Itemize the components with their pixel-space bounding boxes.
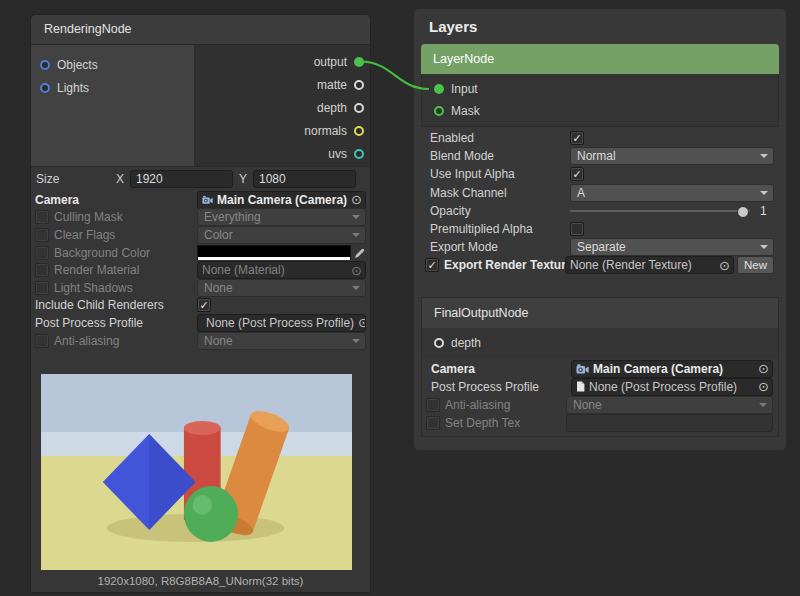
matte-port-dot-icon[interactable] [354,80,364,90]
background-color-swatch[interactable] [197,245,351,260]
mask-port-dot-icon[interactable] [434,106,444,116]
port-output[interactable]: output [195,50,370,73]
clear-flags-dropdown[interactable]: Color [197,226,366,244]
output-port-dot-icon[interactable] [354,57,364,67]
chevron-down-icon [352,233,360,237]
final-output-node-titlebar[interactable]: FinalOutputNode [422,298,778,328]
include-child-renderers-checkbox[interactable] [197,298,211,312]
anti-aliasing-label: Anti-aliasing [54,334,119,348]
chevron-down-icon [760,191,768,195]
layer-node-properties: Enabled Blend Mode Normal Use Input Alph… [421,127,779,275]
opacity-label: Opacity [430,204,471,218]
export-render-texture-object-field[interactable]: None (Render Texture) ⊙ [565,256,734,274]
row-enabled: Enabled [423,129,777,147]
port-lights[interactable]: Lights [31,76,194,99]
set-depth-tex-checkbox[interactable] [426,416,440,430]
row-post-process-profile: Post Process Profile None (Post Process … [35,314,366,332]
final-camera-object-field[interactable]: Main Camera (Camera) ⊙ [571,360,773,378]
final-camera-object-picker-icon[interactable]: ⊙ [758,362,769,375]
final-post-process-profile-object-picker-icon[interactable]: ⊙ [758,380,769,393]
final-output-node-card: FinalOutputNode depth Camera [421,297,779,438]
node-graph-canvas[interactable]: RenderingNode Objects Lights output [0,0,800,596]
input-port-dot-icon[interactable] [434,84,444,94]
light-shadows-override-checkbox[interactable] [35,281,49,295]
export-render-texture-label: Export Render Texture [444,258,565,272]
port-depth[interactable]: depth [195,96,370,119]
chevron-down-icon [352,339,360,343]
objects-port-label: Objects [57,58,98,72]
chevron-down-icon [352,215,360,219]
layers-panel: Layers LayerNode Input Mask Enabled [413,8,787,451]
size-x-field[interactable]: 1920 [130,170,233,188]
render-material-override-checkbox[interactable] [35,263,49,277]
row-use-input-alpha: Use Input Alpha [423,165,777,183]
post-process-profile-label: Post Process Profile [35,316,143,330]
mask-channel-dropdown[interactable]: A [570,184,774,202]
background-color-label: Background Color [54,246,150,260]
layer-node-titlebar[interactable]: LayerNode [421,44,779,74]
export-render-texture-object-picker-icon[interactable]: ⊙ [719,259,730,272]
port-mask[interactable]: Mask [422,100,778,122]
rendering-node-ports: Objects Lights output matte depth [31,45,370,167]
size-label: Size [35,172,110,186]
preview-sphere-highlight [193,495,212,515]
anti-aliasing-dropdown[interactable]: None [197,332,366,350]
port-normals[interactable]: normals [195,119,370,142]
port-uvs[interactable]: uvs [195,142,370,165]
final-post-process-profile-object-field[interactable]: None (Post Process Profile) ⊙ [571,378,773,396]
culling-mask-dropdown[interactable]: Everything [197,208,366,226]
use-input-alpha-checkbox[interactable] [570,167,584,181]
export-render-texture-value: None (Render Texture) [570,258,692,272]
clear-flags-value: Color [204,228,233,242]
eyedropper-icon[interactable] [354,247,366,259]
final-depth-port-dot-icon[interactable] [434,338,444,348]
lights-port-dot-icon[interactable] [40,83,50,93]
culling-mask-override-checkbox[interactable] [35,210,49,224]
row-blend-mode: Blend Mode Normal [423,147,777,165]
rendering-node-titlebar[interactable]: RenderingNode [31,15,370,45]
render-material-object-field[interactable]: None (Material) ⊙ [197,261,366,279]
opacity-slider[interactable] [570,203,750,219]
premultiplied-alpha-checkbox[interactable] [570,222,584,236]
rendering-node: RenderingNode Objects Lights output [30,14,371,593]
port-objects[interactable]: Objects [31,53,194,76]
export-mode-dropdown[interactable]: Separate [570,238,774,256]
chevron-down-icon [352,286,360,290]
blend-mode-dropdown[interactable]: Normal [570,147,774,165]
uvs-port-dot-icon[interactable] [354,149,364,159]
clear-flags-override-checkbox[interactable] [35,228,49,242]
final-output-node-ports: depth [422,328,778,358]
background-color-override-checkbox[interactable] [35,246,49,260]
objects-port-dot-icon[interactable] [40,60,50,70]
final-anti-aliasing-override-checkbox[interactable] [426,398,440,412]
depth-port-dot-icon[interactable] [354,103,364,113]
new-render-texture-button[interactable]: New [737,256,774,274]
input-port-label: Input [451,82,478,96]
port-input[interactable]: Input [422,78,778,100]
anti-aliasing-override-checkbox[interactable] [35,334,49,348]
rendering-node-title: RenderingNode [44,22,132,36]
row-camera: Camera Main Camera (Camera) ⊙ [35,191,366,209]
enabled-checkbox[interactable] [570,131,584,145]
final-anti-aliasing-dropdown[interactable]: None [566,396,773,414]
row-clear-flags: Clear Flags Color [35,226,366,244]
render-material-object-picker-icon[interactable]: ⊙ [351,264,362,277]
row-final-anti-aliasing: Anti-aliasing None [424,396,776,414]
chevron-down-icon [760,154,768,158]
export-render-texture-checkbox[interactable] [425,258,439,272]
row-opacity: Opacity 1 [423,202,777,220]
final-anti-aliasing-value: None [573,398,602,412]
row-export-render-texture: Export Render Texture None (Render Textu… [423,256,777,274]
post-process-profile-object-picker-icon[interactable]: ⊙ [358,316,366,329]
camera-object-field[interactable]: Main Camera (Camera) ⊙ [197,191,366,209]
size-y-field[interactable]: 1080 [253,170,356,188]
port-matte[interactable]: matte [195,73,370,96]
layer-node-ports: Input Mask [421,74,779,127]
post-process-profile-object-field[interactable]: None (Post Process Profile) ⊙ [197,314,366,332]
light-shadows-dropdown[interactable]: None [197,279,366,297]
port-final-depth[interactable]: depth [422,332,778,354]
opacity-slider-knob[interactable] [737,206,749,218]
uvs-port-label: uvs [328,147,347,161]
camera-object-picker-icon[interactable]: ⊙ [351,193,362,206]
normals-port-dot-icon[interactable] [354,126,364,136]
